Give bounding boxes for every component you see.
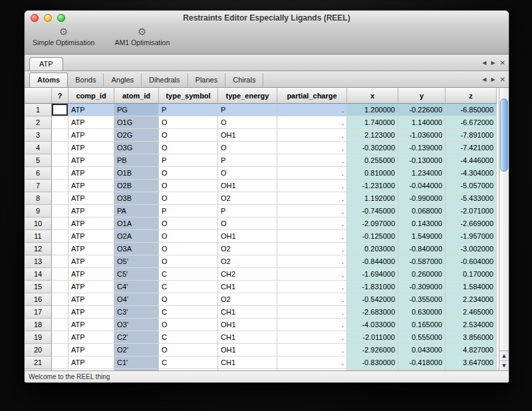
scroll-down-button[interactable]: ▼	[499, 360, 509, 370]
cell-z[interactable]: -4.446000	[446, 154, 497, 167]
cell-flag[interactable]	[52, 154, 68, 167]
cell-z[interactable]: -3.002000	[446, 243, 497, 255]
column-header-type_energy[interactable]: type_energy	[218, 88, 277, 104]
cell-comp_id[interactable]: ATP	[68, 356, 114, 369]
cell-z[interactable]: -6.850000	[446, 104, 497, 116]
cell-y[interactable]: 0.630000	[398, 306, 446, 319]
cell-y[interactable]: 0.015000	[398, 369, 446, 371]
cell-comp_id[interactable]: ATP	[68, 129, 114, 142]
cell-x[interactable]: -2.011000	[347, 331, 398, 344]
cell-comp_id[interactable]: ATP	[68, 217, 114, 230]
cell-type_energy[interactable]: O2	[218, 192, 277, 205]
cell-type_symbol[interactable]: C	[159, 331, 218, 344]
cell-flag[interactable]	[52, 281, 68, 293]
cell-y[interactable]: 0.165000	[398, 319, 446, 331]
cell-x[interactable]: 2.123000	[347, 129, 398, 142]
cell-y[interactable]: 1.234000	[398, 167, 446, 180]
cell-type_energy[interactable]: O	[218, 217, 277, 230]
cell-comp_id[interactable]: ATP	[68, 344, 114, 356]
cell-y[interactable]: -0.990000	[398, 192, 446, 205]
cell-flag[interactable]	[52, 319, 68, 331]
cell-type_energy[interactable]: O2	[218, 255, 277, 268]
cell-flag[interactable]	[52, 180, 68, 192]
cell-comp_id[interactable]: ATP	[68, 154, 114, 167]
cell-partial_charge[interactable]: .	[277, 344, 347, 356]
cell-comp_id[interactable]: ATP	[68, 116, 114, 129]
cell-partial_charge[interactable]: .	[277, 180, 347, 192]
cell-y[interactable]: 1.549000	[398, 230, 446, 243]
cell-type_symbol[interactable]: P	[159, 205, 218, 217]
cell-atom_id[interactable]: O3'	[114, 319, 159, 331]
cell-comp_id[interactable]: ATP	[68, 243, 114, 255]
cell-z[interactable]: 2.465000	[446, 306, 497, 319]
cell-partial_charge[interactable]: .	[277, 230, 347, 243]
cell-flag[interactable]	[52, 331, 68, 344]
cell-y[interactable]: -0.130000	[398, 154, 446, 167]
row-number[interactable]: 22	[25, 369, 52, 371]
cell-partial_charge[interactable]: .	[277, 255, 347, 268]
cell-type_symbol[interactable]: C	[159, 356, 218, 369]
row-number[interactable]: 7	[25, 180, 52, 192]
cell-type_symbol[interactable]: O	[159, 192, 218, 205]
cell-comp_id[interactable]: ATP	[68, 306, 114, 319]
cell-comp_id[interactable]: ATP	[68, 293, 114, 306]
tab-chirals[interactable]: Chirals	[225, 73, 263, 87]
cell-partial_charge[interactable]: .	[277, 205, 347, 217]
cell-z[interactable]: -5.057000	[446, 180, 497, 192]
cell-type_energy[interactable]: O2	[218, 293, 277, 306]
cell-x[interactable]: 0.203000	[347, 243, 398, 255]
cell-partial_charge[interactable]: .	[277, 243, 347, 255]
cell-type_symbol[interactable]: O	[159, 129, 218, 142]
cell-z[interactable]: 4.425000	[446, 369, 497, 371]
cell-flag[interactable]	[52, 167, 68, 180]
cell-flag[interactable]	[52, 142, 68, 154]
tab-bonds[interactable]: Bonds	[68, 73, 104, 87]
cell-z[interactable]: -7.421000	[446, 142, 497, 154]
minimize-window-button[interactable]	[44, 14, 52, 22]
cell-flag[interactable]	[52, 192, 68, 205]
cell-comp_id[interactable]: ATP	[68, 205, 114, 217]
cell-x[interactable]: -2.926000	[347, 344, 398, 356]
cell-atom_id[interactable]: C5'	[114, 268, 159, 281]
cell-type_energy[interactable]: CH1	[218, 331, 277, 344]
cell-x[interactable]: -0.302000	[347, 142, 398, 154]
cell-type_symbol[interactable]: O	[159, 344, 218, 356]
cell-y[interactable]: 0.043000	[398, 344, 446, 356]
cell-x[interactable]: -1.831000	[347, 281, 398, 293]
cell-flag[interactable]	[52, 344, 68, 356]
cell-partial_charge[interactable]: .	[277, 319, 347, 331]
toolbar-button-am1-optimisation[interactable]: ⚙AM1 Optimisation	[110, 26, 174, 47]
cell-z[interactable]: -1.957000	[446, 230, 497, 243]
cell-z[interactable]: -4.304000	[446, 167, 497, 180]
cell-partial_charge[interactable]: .	[277, 129, 347, 142]
cell-flag[interactable]	[52, 268, 68, 281]
cell-partial_charge[interactable]: .	[277, 167, 347, 180]
cell-y[interactable]: -0.309000	[398, 281, 446, 293]
cell-type_energy[interactable]: P	[218, 104, 277, 116]
cell-y[interactable]: 0.143000	[398, 217, 446, 230]
cell-y[interactable]: 0.555000	[398, 331, 446, 344]
cell-comp_id[interactable]: ATP	[68, 268, 114, 281]
cell-z[interactable]: 3.647000	[446, 356, 497, 369]
cell-comp_id[interactable]: ATP	[68, 331, 114, 344]
tab-scroll-left-icon[interactable]: ◀	[482, 76, 486, 82]
cell-z[interactable]: 0.170000	[446, 268, 497, 281]
cell-type_energy[interactable]: O	[218, 116, 277, 129]
cell-partial_charge[interactable]: .	[277, 369, 347, 371]
cell-type_symbol[interactable]: O	[159, 243, 218, 255]
cell-x[interactable]: 0.255000	[347, 154, 398, 167]
cell-comp_id[interactable]: ATP	[68, 180, 114, 192]
column-header-z[interactable]: z	[446, 88, 497, 104]
row-number[interactable]: 4	[25, 142, 52, 154]
column-header-atom_id[interactable]: atom_id	[114, 88, 159, 104]
cell-type_symbol[interactable]: N	[159, 369, 218, 371]
row-number[interactable]: 9	[25, 205, 52, 217]
cell-y[interactable]: -0.044000	[398, 180, 446, 192]
cell-partial_charge[interactable]: .	[277, 268, 347, 281]
cell-z[interactable]: 3.856000	[446, 331, 497, 344]
cell-flag[interactable]	[52, 205, 68, 217]
cell-flag[interactable]	[52, 230, 68, 243]
cell-atom_id[interactable]: C3'	[114, 306, 159, 319]
cell-atom_id[interactable]: O3G	[114, 142, 159, 154]
cell-partial_charge[interactable]: .	[277, 331, 347, 344]
